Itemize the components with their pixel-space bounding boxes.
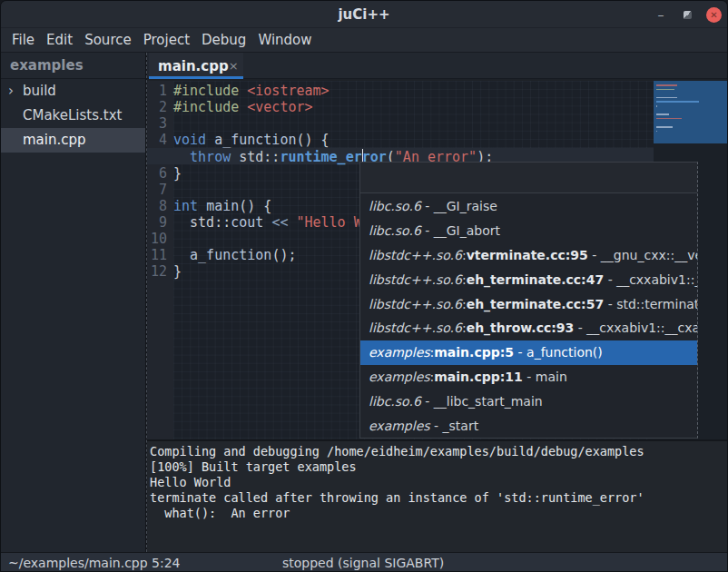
- tab-main-cpp[interactable]: main.cpp ×: [149, 53, 243, 79]
- terminal-line: [100%] Built target examples: [150, 459, 728, 475]
- tree-item-label: build: [23, 79, 56, 104]
- backtrace-file-line: main.cpp:5: [434, 345, 514, 360]
- backtrace-lib: libstdc++.so.6: [369, 321, 462, 335]
- chevron-right-icon[interactable]: ›: [8, 79, 14, 104]
- tree-item-build[interactable]: ›build: [1, 79, 146, 104]
- tab-label: main.cpp: [149, 58, 229, 74]
- backtrace-symbol: - __GI_raise: [421, 199, 497, 213]
- menu-project[interactable]: Project: [143, 30, 190, 50]
- line-number: 10: [151, 231, 167, 247]
- line-number: 3: [159, 115, 167, 132]
- minimap-line: [656, 97, 677, 99]
- backtrace-item[interactable]: libstdc++.so.6:eh_terminate.cc:57 - std:…: [360, 292, 697, 317]
- code-line[interactable]: int main() {: [173, 198, 271, 214]
- backtrace-popup: libc.so.6 - __GI_raiselibc.so.6 - __GI_a…: [359, 162, 698, 439]
- line-number: 8: [159, 198, 167, 214]
- minimap-line: [656, 105, 657, 107]
- backtrace-item[interactable]: libc.so.6 - __libc_start_main: [360, 390, 697, 414]
- menu-debug[interactable]: Debug: [202, 30, 246, 50]
- minimap-line: [656, 113, 669, 115]
- line-number: 1: [159, 83, 167, 99]
- minimap-line: [656, 101, 699, 103]
- menu-window[interactable]: Window: [258, 30, 311, 50]
- tab-close-icon[interactable]: ×: [229, 59, 247, 73]
- title-bar[interactable]: juCi++ – ✕: [1, 1, 727, 28]
- backtrace-item[interactable]: libstdc++.so.6:eh_throw.cc:93 - __cxxabi…: [360, 316, 697, 340]
- code-token: "Hello W: [296, 214, 361, 231]
- line-number: 2: [159, 99, 167, 115]
- code-token: [206, 132, 214, 148]
- code-token: () {: [239, 198, 271, 214]
- backtrace-item[interactable]: libc.so.6 - __GI_raise: [360, 194, 697, 219]
- backtrace-lib: libc.so.6: [369, 223, 421, 238]
- code-line[interactable]: void a_function() {: [173, 132, 330, 148]
- code-token: std::: [231, 149, 280, 165]
- code-token: }: [173, 165, 182, 182]
- backtrace-symbol: - __gnu_cxx::__verbose_terminate_handler…: [588, 248, 697, 262]
- code-token: int: [173, 198, 198, 214]
- code-line[interactable]: a_function();: [173, 247, 296, 263]
- header-strip: examples main.cpp ×: [1, 53, 727, 79]
- menu-source[interactable]: Source: [84, 30, 132, 50]
- maximize-button[interactable]: [684, 11, 692, 19]
- backtrace-item[interactable]: libc.so.6 - __GI_abort: [360, 219, 697, 243]
- backtrace-lib: libstdc++.so.6: [369, 297, 462, 311]
- backtrace-item[interactable]: examples:main.cpp:5 - a_function(): [360, 340, 697, 365]
- backtrace-symbol: - main: [523, 370, 567, 384]
- line-number: 4: [159, 132, 167, 148]
- code-token: a_function: [190, 247, 271, 263]
- backtrace-item[interactable]: libstdc++.so.6:vterminate.cc:95 - __gnu_…: [360, 243, 697, 268]
- status-debug-state: stopped (signal SIGABRT): [282, 553, 444, 572]
- tree-item-main.cpp[interactable]: main.cpp: [1, 128, 146, 153]
- backtrace-symbol: - __cxxabiv1::__cxa_throw: [574, 321, 697, 335]
- backtrace-symbol: - a_function(): [514, 345, 603, 360]
- code-line[interactable]: #include <vector>: [173, 99, 313, 115]
- terminal-line: Compiling and debugging /home/eidheim/ex…: [150, 444, 728, 459]
- code-token: #include: [173, 83, 247, 99]
- line-number: 6: [159, 165, 167, 182]
- backtrace-file-line: eh_throw.cc:93: [467, 321, 575, 335]
- code-line[interactable]: #include <iostream>: [173, 83, 330, 99]
- code-token: std::: [173, 214, 231, 231]
- terminal-line: Hello World: [150, 475, 728, 490]
- backtrace-symbol: - __GI_abort: [421, 223, 500, 238]
- code-token: cout: [231, 214, 263, 231]
- backtrace-lib: libstdc++.so.6: [369, 248, 462, 262]
- minimap-viewport[interactable]: [654, 81, 728, 143]
- code-token: [173, 149, 190, 165]
- backtrace-filter-input[interactable]: [360, 163, 697, 193]
- project-header: examples: [10, 53, 84, 79]
- window-title: juCi++: [1, 1, 727, 28]
- backtrace-item[interactable]: libstdc++.so.6:eh_terminate.cc:47 - __cx…: [360, 268, 697, 292]
- backtrace-item[interactable]: examples - _start: [360, 414, 697, 439]
- menu-edit[interactable]: Edit: [46, 30, 73, 50]
- close-button[interactable]: ✕: [706, 7, 722, 23]
- code-token: #include: [173, 99, 247, 115]
- code-line[interactable]: std::cout << "Hello W: [173, 214, 362, 231]
- terminal-line: what(): An error: [150, 506, 728, 521]
- code-token: void: [173, 132, 206, 148]
- backtrace-file-line: main.cpp:11: [434, 370, 523, 384]
- backtrace-lib: libc.so.6: [369, 394, 421, 409]
- minimap-line: [656, 126, 673, 128]
- backtrace-symbol: - std::terminate(): [604, 297, 697, 311]
- minimize-button[interactable]: –: [653, 1, 669, 28]
- status-file-location: ~/examples/main.cpp 5:24: [8, 553, 181, 572]
- backtrace-lib: libstdc++.so.6: [369, 272, 462, 287]
- backtrace-symbol: - _start: [430, 419, 479, 433]
- backtrace-file-line: eh_terminate.cc:57: [467, 297, 605, 311]
- tree-item-CMakeLists.txt[interactable]: CMakeLists.txt: [1, 104, 146, 128]
- menu-file[interactable]: File: [12, 30, 34, 50]
- backtrace-file-line: eh_terminate.cc:47: [467, 272, 605, 287]
- backtrace-item[interactable]: examples:main.cpp:11 - main: [360, 365, 697, 390]
- file-tree: ›buildCMakeLists.txtmain.cpp: [1, 79, 146, 552]
- backtrace-lib: libc.so.6: [369, 199, 421, 213]
- code-line[interactable]: }: [173, 165, 182, 182]
- line-number: 11: [151, 247, 167, 263]
- terminal-output[interactable]: Compiling and debugging /home/eidheim/ex…: [147, 441, 728, 552]
- backtrace-symbol: - __libc_start_main: [421, 394, 543, 409]
- code-line[interactable]: }: [173, 263, 182, 280]
- code-token: [173, 247, 190, 263]
- minimap-line: [656, 89, 674, 91]
- line-number: 9: [159, 214, 167, 231]
